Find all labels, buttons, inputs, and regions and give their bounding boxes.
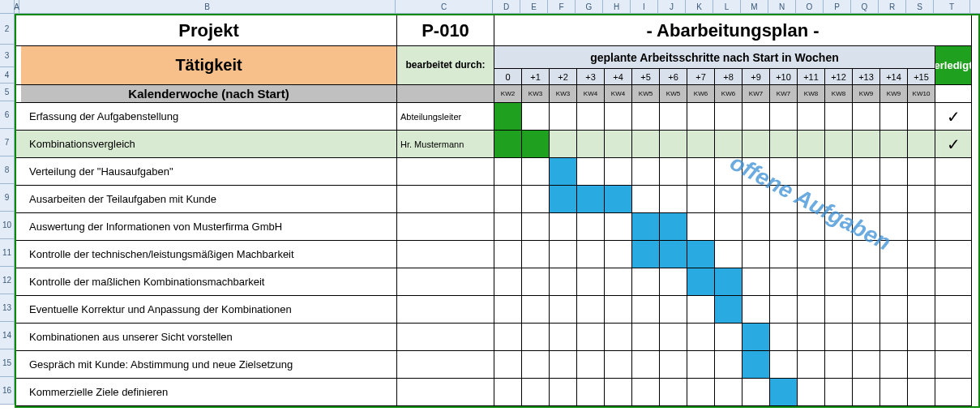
- gantt-cell-9-4[interactable]: [605, 351, 632, 379]
- gantt-cell-8-15[interactable]: [908, 324, 935, 351]
- task-name-4[interactable]: Auswertung der Informationen von Musterf…: [21, 213, 397, 241]
- gantt-cell-1-9[interactable]: [742, 131, 770, 158]
- gantt-cell-8-8[interactable]: [715, 324, 742, 351]
- gantt-cell-9-10[interactable]: [770, 351, 798, 379]
- gantt-cell-3-0[interactable]: [494, 186, 522, 213]
- gantt-cell-5-1[interactable]: [522, 241, 550, 268]
- gantt-cell-0-15[interactable]: [908, 103, 935, 131]
- gantt-cell-1-11[interactable]: [798, 131, 825, 158]
- gantt-cell-8-0[interactable]: [494, 324, 522, 351]
- done-cell-1[interactable]: ✓: [935, 131, 972, 158]
- gantt-cell-3-13[interactable]: [853, 186, 880, 213]
- gantt-cell-6-14[interactable]: [880, 268, 908, 296]
- row-header-13[interactable]: 13: [0, 294, 14, 322]
- row-header-10[interactable]: 10: [0, 212, 14, 239]
- gantt-cell-3-12[interactable]: [825, 186, 853, 213]
- gantt-cell-3-2[interactable]: [550, 186, 577, 213]
- gantt-cell-1-14[interactable]: [880, 131, 908, 158]
- gantt-cell-10-12[interactable]: [825, 379, 853, 406]
- gantt-cell-8-9[interactable]: [742, 324, 770, 351]
- gantt-cell-6-1[interactable]: [522, 268, 550, 296]
- gantt-cell-7-14[interactable]: [880, 296, 908, 324]
- col-header-S[interactable]: S: [906, 0, 934, 13]
- row-header-16[interactable]: 16: [0, 377, 14, 405]
- gantt-cell-5-5[interactable]: [632, 241, 660, 268]
- gantt-cell-10-10[interactable]: [770, 379, 798, 406]
- task-name-7[interactable]: Eventuelle Korrektur und Anpassung der K…: [21, 296, 397, 324]
- row-header-8[interactable]: 8: [0, 156, 14, 184]
- task-name-3[interactable]: Ausarbeiten der Teilaufgaben mit Kunde: [21, 186, 397, 213]
- gantt-cell-0-4[interactable]: [605, 103, 632, 131]
- gantt-cell-1-10[interactable]: [770, 131, 798, 158]
- gantt-cell-5-4[interactable]: [605, 241, 632, 268]
- task-assignee-0[interactable]: Abteilungsleiter: [397, 103, 494, 131]
- gantt-cell-10-14[interactable]: [880, 379, 908, 406]
- gantt-cell-10-7[interactable]: [687, 379, 715, 406]
- gantt-cell-5-14[interactable]: [880, 241, 908, 268]
- gantt-cell-4-6[interactable]: [660, 213, 687, 241]
- row-header-5[interactable]: 5: [0, 84, 14, 101]
- gantt-cell-0-10[interactable]: [770, 103, 798, 131]
- gantt-cell-5-0[interactable]: [494, 241, 522, 268]
- done-cell-0[interactable]: ✓: [935, 103, 972, 131]
- gantt-cell-4-11[interactable]: [798, 213, 825, 241]
- gantt-cell-3-14[interactable]: [880, 186, 908, 213]
- gantt-cell-0-3[interactable]: [577, 103, 605, 131]
- task-name-2[interactable]: Verteilung der "Hausaufgaben": [21, 158, 397, 186]
- gantt-cell-6-2[interactable]: [550, 268, 577, 296]
- task-name-0[interactable]: Erfassung der Aufgabenstellung: [21, 103, 397, 131]
- gantt-cell-4-9[interactable]: [742, 213, 770, 241]
- gantt-cell-8-3[interactable]: [577, 324, 605, 351]
- gantt-cell-2-2[interactable]: [550, 158, 577, 186]
- gantt-cell-6-13[interactable]: [853, 268, 880, 296]
- gantt-cell-3-5[interactable]: [632, 186, 660, 213]
- task-name-8[interactable]: Kombinationen aus unserer Sicht vorstell…: [21, 324, 397, 351]
- col-header-R[interactable]: R: [879, 0, 906, 13]
- col-header-N[interactable]: N: [768, 0, 796, 13]
- task-name-1[interactable]: Kombinationsvergleich: [21, 131, 397, 158]
- done-cell-4[interactable]: [935, 213, 972, 241]
- done-cell-10[interactable]: [935, 379, 972, 406]
- gantt-cell-10-11[interactable]: [798, 379, 825, 406]
- done-cell-9[interactable]: [935, 351, 972, 379]
- gantt-cell-7-9[interactable]: [742, 296, 770, 324]
- col-header-B[interactable]: B: [19, 0, 396, 13]
- header-projekt[interactable]: Projekt: [21, 15, 397, 46]
- gantt-cell-1-4[interactable]: [605, 131, 632, 158]
- row-header-4[interactable]: 4: [0, 67, 14, 84]
- gantt-cell-1-15[interactable]: [908, 131, 935, 158]
- col-header-T[interactable]: T: [934, 0, 970, 13]
- gantt-cell-3-10[interactable]: [770, 186, 798, 213]
- gantt-cell-2-5[interactable]: [632, 158, 660, 186]
- gantt-cell-4-7[interactable]: [687, 213, 715, 241]
- gantt-cell-1-3[interactable]: [577, 131, 605, 158]
- task-assignee-4[interactable]: [397, 213, 494, 241]
- row-header-14[interactable]: 14: [0, 322, 14, 349]
- gantt-cell-8-13[interactable]: [853, 324, 880, 351]
- task-assignee-6[interactable]: [397, 268, 494, 296]
- gantt-cell-0-9[interactable]: [742, 103, 770, 131]
- done-cell-3[interactable]: [935, 186, 972, 213]
- select-all-corner[interactable]: [0, 0, 15, 14]
- gantt-cell-7-3[interactable]: [577, 296, 605, 324]
- gantt-cell-5-6[interactable]: [660, 241, 687, 268]
- gantt-cell-10-0[interactable]: [494, 379, 522, 406]
- task-assignee-3[interactable]: [397, 186, 494, 213]
- gantt-cell-3-3[interactable]: [577, 186, 605, 213]
- gantt-cell-1-8[interactable]: [715, 131, 742, 158]
- gantt-cell-0-0[interactable]: [494, 103, 522, 131]
- gantt-cell-1-5[interactable]: [632, 131, 660, 158]
- gantt-cell-6-7[interactable]: [687, 268, 715, 296]
- col-header-G[interactable]: G: [576, 0, 603, 13]
- col-header-L[interactable]: L: [713, 0, 741, 13]
- gantt-cell-7-13[interactable]: [853, 296, 880, 324]
- gantt-cell-8-10[interactable]: [770, 324, 798, 351]
- gantt-cell-7-12[interactable]: [825, 296, 853, 324]
- done-cell-5[interactable]: [935, 241, 972, 268]
- gantt-cell-8-4[interactable]: [605, 324, 632, 351]
- gantt-cell-3-4[interactable]: [605, 186, 632, 213]
- gantt-cell-0-14[interactable]: [880, 103, 908, 131]
- gantt-cell-0-7[interactable]: [687, 103, 715, 131]
- gantt-cell-9-14[interactable]: [880, 351, 908, 379]
- gantt-cell-9-5[interactable]: [632, 351, 660, 379]
